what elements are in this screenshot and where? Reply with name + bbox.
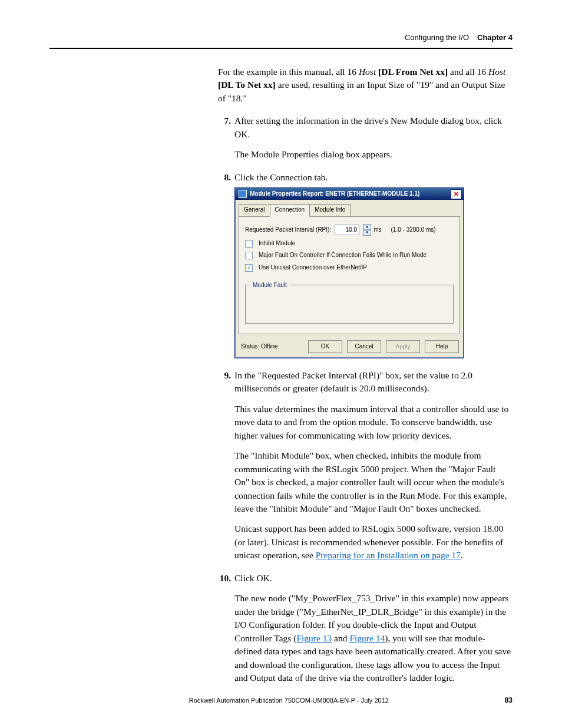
step-number: 10. [214,572,231,585]
text: . [461,550,463,560]
step-10: 10. Click OK. The new node ("My_PowerFle… [218,572,513,685]
body-column: For the example in this manual, all 16 H… [218,65,513,685]
tab-general[interactable]: General [239,204,270,217]
status-text: Status: Offline [241,342,278,351]
link-preparing-install[interactable]: Preparing for an Installation on page 17 [316,550,461,560]
step-8-text: Click the Connection tab. [234,172,328,182]
text: and [332,633,349,643]
unicast-label: Use Unicast Connection over EtherNet/IP [259,263,367,272]
status-label: Status: [241,343,259,350]
step-8: 8. Click the Connection tab. Module Prop… [218,171,513,358]
host-term: Host [359,67,376,77]
step-9-text: In the "Requested Packet Interval (RPI)"… [234,370,472,393]
cancel-button[interactable]: Cancel [347,340,381,353]
link-figure-13[interactable]: Figure 13 [296,633,332,643]
step-number: 9. [214,369,231,382]
rpi-spinner[interactable]: ▲▼ [363,224,370,236]
chapter-label: Chapter 4 [477,33,513,42]
link-figure-14[interactable]: Figure 14 [349,633,385,643]
rpi-range: (1.0 - 3200.0 ms) [391,226,436,235]
unicast-checkbox[interactable]: ✓ [245,264,253,272]
step-10-sub: The new node ("My_PowerFlex_753_Drive" i… [234,592,513,684]
ok-button[interactable]: OK [308,340,342,353]
intro-paragraph: For the example in this manual, all 16 H… [218,65,513,105]
text: For the example in this manual, all 16 [218,67,359,77]
step-number: 8. [214,171,231,184]
apply-button[interactable]: Apply [386,340,420,353]
tab-connection[interactable]: Connection [270,204,310,217]
dialog-screenshot: Module Properties Report: ENETR (ETHERNE… [234,187,513,358]
dialog-title-text: Module Properties Report: ENETR (ETHERNE… [250,190,419,199]
header-title: Configuring the I/O [405,33,469,42]
app-icon [239,190,247,198]
publication-footer: Rockwell Automation Publication 750COM-U… [73,697,505,704]
tab-body: Requested Packet Interval (RPI): ▲▼ ms (… [239,216,460,334]
step-9-sub1: This value determines the maximum interv… [234,403,513,442]
page-number: 83 [505,696,513,704]
tab-strip: General Connection Module Info [235,200,464,216]
dialog-titlebar: Module Properties Report: ENETR (ETHERNE… [235,188,464,200]
rpi-input[interactable] [335,225,359,235]
host-term: Host [488,67,505,77]
module-fault-group: Module Fault [245,285,454,324]
module-fault-label: Module Fault [250,281,289,290]
step-number: 7. [214,114,231,127]
inhibit-checkbox[interactable] [245,240,253,248]
step-9: 9. In the "Requested Packet Interval (RP… [218,369,513,562]
step-7-sub: The Module Properties dialog box appears… [234,148,513,161]
close-icon[interactable]: ✕ [451,189,462,199]
tab-module-info[interactable]: Module Info [309,204,351,217]
step-9-sub2: The "Inhibit Module" box, when checked, … [234,449,513,515]
header-rule [49,48,513,49]
step-10-text: Click OK. [234,573,272,583]
dl-to-label: [DL To Net xx] [218,80,276,90]
dl-from-label: [DL From Net xx] [378,67,448,77]
inhibit-label: Inhibit Module [259,239,295,248]
step-9-sub3: Unicast support has been added to RSLogi… [234,522,513,562]
major-fault-label: Major Fault On Controller If Connection … [259,251,427,260]
step-7-text: After setting the information in the dri… [234,116,502,139]
page-footer: Rockwell Automation Publication 750COM-U… [49,696,513,704]
page-header: Configuring the I/O Chapter 4 [49,33,513,48]
text: and all 16 [448,67,488,77]
rpi-unit: ms [373,226,381,235]
rpi-label: Requested Packet Interval (RPI): [245,226,331,235]
status-value: Offline [261,343,278,350]
step-7: 7. After setting the information in the … [218,114,513,161]
major-fault-checkbox[interactable] [245,252,253,259]
help-button[interactable]: Help [425,340,459,353]
